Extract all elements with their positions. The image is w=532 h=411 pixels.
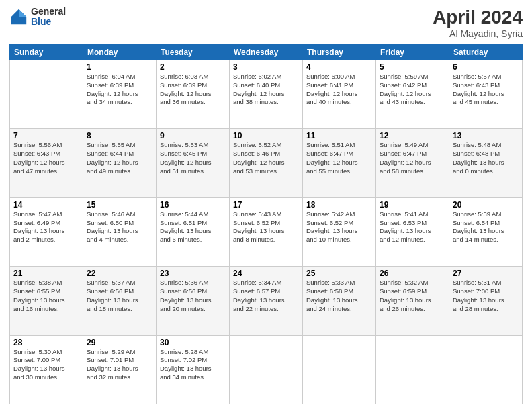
logo: General Blue [9, 7, 66, 28]
column-header-sunday: Sunday [10, 45, 83, 60]
day-number: 23 [160, 269, 226, 278]
day-number: 11 [306, 131, 372, 140]
week-row-5: 28Sunrise: 5:30 AM Sunset: 7:00 PM Dayli… [10, 335, 523, 404]
day-info: Sunrise: 5:28 AM Sunset: 7:02 PM Dayligh… [160, 348, 226, 382]
day-cell: 13Sunrise: 5:48 AM Sunset: 6:48 PM Dayli… [449, 129, 523, 197]
day-info: Sunrise: 5:36 AM Sunset: 6:56 PM Dayligh… [160, 279, 226, 313]
logo-text: General Blue [31, 7, 66, 28]
day-cell: 30Sunrise: 5:28 AM Sunset: 7:02 PM Dayli… [157, 335, 230, 404]
week-row-4: 21Sunrise: 5:38 AM Sunset: 6:55 PM Dayli… [10, 267, 523, 335]
day-number: 14 [13, 200, 79, 210]
day-number: 29 [87, 338, 152, 347]
day-number: 30 [160, 338, 226, 347]
calendar-table: SundayMondayTuesdayWednesdayThursdayFrid… [9, 44, 523, 404]
day-cell: 28Sunrise: 5:30 AM Sunset: 7:00 PM Dayli… [10, 335, 83, 404]
day-info: Sunrise: 5:52 AM Sunset: 6:46 PM Dayligh… [233, 141, 299, 175]
day-info: Sunrise: 5:39 AM Sunset: 6:54 PM Dayligh… [453, 210, 519, 244]
day-info: Sunrise: 6:02 AM Sunset: 6:40 PM Dayligh… [233, 73, 299, 107]
column-header-friday: Friday [376, 45, 449, 60]
day-info: Sunrise: 5:29 AM Sunset: 7:01 PM Dayligh… [87, 348, 152, 382]
day-info: Sunrise: 5:56 AM Sunset: 6:43 PM Dayligh… [13, 141, 79, 175]
logo-blue: Blue [31, 17, 66, 27]
day-info: Sunrise: 5:49 AM Sunset: 6:47 PM Dayligh… [380, 141, 445, 175]
title-location: Al Mayadin, Syria [433, 28, 523, 39]
day-number: 13 [453, 131, 519, 140]
day-info: Sunrise: 5:44 AM Sunset: 6:51 PM Dayligh… [160, 210, 226, 244]
day-cell: 29Sunrise: 5:29 AM Sunset: 7:01 PM Dayli… [83, 335, 157, 404]
day-cell: 12Sunrise: 5:49 AM Sunset: 6:47 PM Dayli… [376, 129, 449, 197]
day-cell: 10Sunrise: 5:52 AM Sunset: 6:46 PM Dayli… [230, 129, 303, 197]
day-number: 27 [453, 269, 519, 278]
day-cell: 3Sunrise: 6:02 AM Sunset: 6:40 PM Daylig… [230, 60, 303, 129]
svg-marker-1 [19, 9, 26, 17]
week-row-3: 14Sunrise: 5:47 AM Sunset: 6:49 PM Dayli… [10, 197, 523, 266]
day-cell: 11Sunrise: 5:51 AM Sunset: 6:47 PM Dayli… [303, 129, 376, 197]
day-cell: 5Sunrise: 5:59 AM Sunset: 6:42 PM Daylig… [376, 60, 449, 129]
column-header-saturday: Saturday [449, 45, 523, 60]
column-header-wednesday: Wednesday [230, 45, 303, 60]
title-month: April 2024 [433, 7, 523, 28]
day-cell: 6Sunrise: 5:57 AM Sunset: 6:43 PM Daylig… [449, 60, 523, 129]
day-info: Sunrise: 5:53 AM Sunset: 6:45 PM Dayligh… [160, 141, 226, 175]
day-number: 7 [13, 131, 79, 140]
day-cell [449, 335, 523, 404]
day-cell [376, 335, 449, 404]
day-info: Sunrise: 5:57 AM Sunset: 6:43 PM Dayligh… [453, 73, 519, 107]
day-info: Sunrise: 5:59 AM Sunset: 6:42 PM Dayligh… [380, 73, 445, 107]
day-cell: 4Sunrise: 6:00 AM Sunset: 6:41 PM Daylig… [303, 60, 376, 129]
day-number: 20 [453, 200, 519, 210]
day-cell: 26Sunrise: 5:32 AM Sunset: 6:59 PM Dayli… [376, 267, 449, 335]
week-row-1: 1Sunrise: 6:04 AM Sunset: 6:39 PM Daylig… [10, 60, 523, 129]
day-cell: 22Sunrise: 5:37 AM Sunset: 6:56 PM Dayli… [83, 267, 157, 335]
header: General Blue April 2024 Al Mayadin, Syri… [9, 7, 523, 39]
logo-general: General [31, 7, 66, 17]
column-header-monday: Monday [83, 45, 157, 60]
day-info: Sunrise: 6:04 AM Sunset: 6:39 PM Dayligh… [87, 73, 152, 107]
title-section: April 2024 Al Mayadin, Syria [433, 7, 523, 39]
day-cell: 8Sunrise: 5:55 AM Sunset: 6:44 PM Daylig… [83, 129, 157, 197]
week-row-2: 7Sunrise: 5:56 AM Sunset: 6:43 PM Daylig… [10, 129, 523, 197]
day-info: Sunrise: 5:42 AM Sunset: 6:52 PM Dayligh… [306, 210, 372, 244]
day-number: 5 [380, 62, 445, 72]
day-cell: 25Sunrise: 5:33 AM Sunset: 6:58 PM Dayli… [303, 267, 376, 335]
day-cell: 1Sunrise: 6:04 AM Sunset: 6:39 PM Daylig… [83, 60, 157, 129]
day-info: Sunrise: 6:00 AM Sunset: 6:41 PM Dayligh… [306, 73, 372, 107]
day-number: 17 [233, 200, 299, 210]
day-number: 1 [87, 62, 152, 72]
day-cell [303, 335, 376, 404]
day-cell: 16Sunrise: 5:44 AM Sunset: 6:51 PM Dayli… [157, 197, 230, 266]
column-header-tuesday: Tuesday [157, 45, 230, 60]
day-number: 19 [380, 200, 445, 210]
day-cell: 27Sunrise: 5:31 AM Sunset: 7:00 PM Dayli… [449, 267, 523, 335]
day-info: Sunrise: 5:34 AM Sunset: 6:57 PM Dayligh… [233, 279, 299, 313]
day-number: 16 [160, 200, 226, 210]
day-info: Sunrise: 5:48 AM Sunset: 6:48 PM Dayligh… [453, 141, 519, 175]
day-number: 4 [306, 62, 372, 72]
day-info: Sunrise: 5:43 AM Sunset: 6:52 PM Dayligh… [233, 210, 299, 244]
day-info: Sunrise: 5:32 AM Sunset: 6:59 PM Dayligh… [380, 279, 445, 313]
day-info: Sunrise: 5:37 AM Sunset: 6:56 PM Dayligh… [87, 279, 152, 313]
day-cell: 20Sunrise: 5:39 AM Sunset: 6:54 PM Dayli… [449, 197, 523, 266]
day-cell: 7Sunrise: 5:56 AM Sunset: 6:43 PM Daylig… [10, 129, 83, 197]
day-info: Sunrise: 5:51 AM Sunset: 6:47 PM Dayligh… [306, 141, 372, 175]
day-info: Sunrise: 5:46 AM Sunset: 6:50 PM Dayligh… [87, 210, 152, 244]
day-info: Sunrise: 6:03 AM Sunset: 6:39 PM Dayligh… [160, 73, 226, 107]
day-number: 25 [306, 269, 372, 278]
day-cell: 24Sunrise: 5:34 AM Sunset: 6:57 PM Dayli… [230, 267, 303, 335]
day-number: 8 [87, 131, 152, 140]
day-info: Sunrise: 5:30 AM Sunset: 7:00 PM Dayligh… [13, 348, 79, 382]
logo-icon [9, 7, 28, 26]
day-number: 6 [453, 62, 519, 72]
day-cell: 18Sunrise: 5:42 AM Sunset: 6:52 PM Dayli… [303, 197, 376, 266]
day-cell: 9Sunrise: 5:53 AM Sunset: 6:45 PM Daylig… [157, 129, 230, 197]
header-row: SundayMondayTuesdayWednesdayThursdayFrid… [10, 45, 523, 60]
day-info: Sunrise: 5:47 AM Sunset: 6:49 PM Dayligh… [13, 210, 79, 244]
day-number: 3 [233, 62, 299, 72]
day-cell [10, 60, 83, 129]
day-number: 28 [13, 338, 79, 347]
day-number: 21 [13, 269, 79, 278]
day-info: Sunrise: 5:38 AM Sunset: 6:55 PM Dayligh… [13, 279, 79, 313]
day-cell: 17Sunrise: 5:43 AM Sunset: 6:52 PM Dayli… [230, 197, 303, 266]
day-number: 22 [87, 269, 152, 278]
day-number: 12 [380, 131, 445, 140]
